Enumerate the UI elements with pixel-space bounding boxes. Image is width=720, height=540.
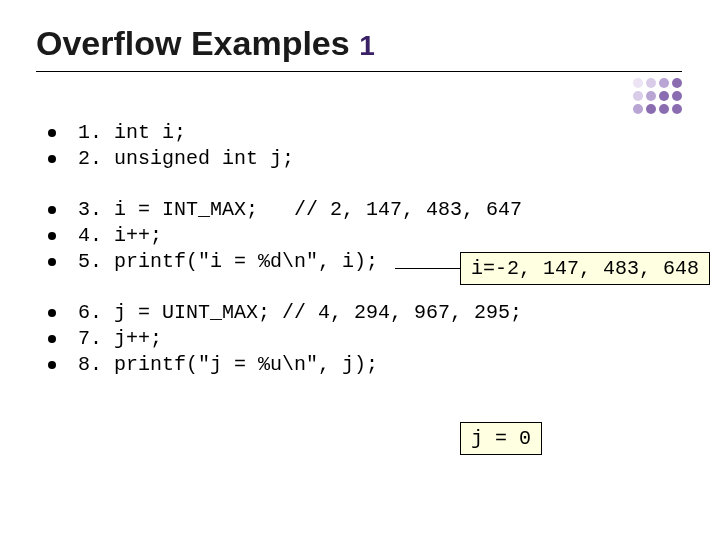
code-group-1: 1. int i; 2. unsigned int j; [48,121,680,170]
code-text: 4. i++; [78,224,162,247]
bullet-icon [48,309,56,317]
list-item: 6. j = UINT_MAX; // 4, 294, 967, 295; [48,301,680,324]
list-item: 4. i++; [48,224,680,247]
list-item: 2. unsigned int j; [48,147,680,170]
code-group-3: 6. j = UINT_MAX; // 4, 294, 967, 295; 7.… [48,301,680,376]
title-main: Overflow Examples [36,24,350,62]
title-underline [36,71,682,72]
callout-text: i=-2, 147, 483, 648 [471,257,699,280]
callout-connector-1 [395,268,461,269]
decorative-dots [633,78,682,114]
code-text: 1. int i; [78,121,186,144]
code-text: 5. printf("i = %d\n", i); [78,250,378,273]
bullet-icon [48,155,56,163]
list-item: 7. j++; [48,327,680,350]
code-text: 7. j++; [78,327,162,350]
slide-title: Overflow Examples 1 [36,24,375,63]
bullet-icon [48,129,56,137]
bullet-icon [48,335,56,343]
code-text: 2. unsigned int j; [78,147,294,170]
callout-box-2: j = 0 [460,422,542,455]
bullet-icon [48,258,56,266]
code-text: 3. i = INT_MAX; // 2, 147, 483, 647 [78,198,522,221]
list-item: 3. i = INT_MAX; // 2, 147, 483, 647 [48,198,680,221]
callout-box-1: i=-2, 147, 483, 648 [460,252,710,285]
title-suffix: 1 [359,30,375,61]
bullet-icon [48,206,56,214]
callout-text: j = 0 [471,427,531,450]
list-item: 8. printf("j = %u\n", j); [48,353,680,376]
bullet-icon [48,361,56,369]
list-item: 1. int i; [48,121,680,144]
bullet-icon [48,232,56,240]
code-text: 6. j = UINT_MAX; // 4, 294, 967, 295; [78,301,522,324]
code-text: 8. printf("j = %u\n", j); [78,353,378,376]
